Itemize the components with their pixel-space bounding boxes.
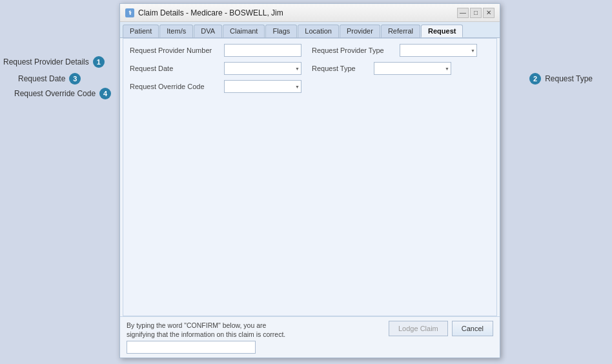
request-type-select-wrapper — [374, 62, 451, 75]
tab-request[interactable]: Request — [421, 25, 463, 37]
confirm-text: By typing the word "CONFIRM" below, you … — [127, 321, 294, 339]
annotation-4: Request Override Code 4 — [14, 88, 111, 99]
provider-row: Request Provider Number Request Provider… — [130, 44, 490, 57]
annotation-2-badge: 2 — [529, 73, 541, 85]
annotation-1-badge: 1 — [93, 56, 105, 68]
confirm-input[interactable] — [127, 341, 256, 354]
confirm-section: By typing the word "CONFIRM" below, you … — [127, 321, 294, 354]
override-code-label: Request Override Code — [130, 83, 220, 90]
provider-type-select[interactable] — [400, 44, 477, 57]
tab-referral[interactable]: Referral — [381, 25, 420, 37]
tab-patient[interactable]: Patient — [123, 25, 159, 37]
tab-claimant[interactable]: Claimant — [223, 25, 265, 37]
override-code-select[interactable] — [224, 80, 301, 93]
tab-items[interactable]: Item/s — [159, 25, 193, 37]
tab-location[interactable]: Location — [298, 25, 339, 37]
annotation-3: Request Date 3 — [18, 73, 81, 85]
annotation-1-label: Request Provider Details — [3, 57, 89, 66]
date-type-row: Request Date Request Type — [130, 62, 490, 75]
annotation-4-badge: 4 — [99, 88, 111, 99]
request-date-select-wrapper — [224, 62, 301, 75]
app-icon: ⚕ — [125, 8, 134, 17]
title-bar: ⚕ Claim Details - Medicare - BOSWELL, Ji… — [120, 4, 500, 22]
annotation-3-label: Request Date — [18, 74, 65, 83]
annotation-2-label: Request Type — [545, 74, 593, 83]
override-row: Request Override Code — [130, 80, 490, 93]
bottom-area: By typing the word "CONFIRM" below, you … — [120, 316, 500, 358]
minimize-button[interactable]: — — [457, 8, 469, 18]
lodge-claim-button[interactable]: Lodge Claim — [389, 321, 448, 336]
cancel-button[interactable]: Cancel — [452, 321, 493, 336]
title-bar-left: ⚕ Claim Details - Medicare - BOSWELL, Ji… — [125, 8, 283, 17]
provider-type-label: Request Provider Type — [312, 46, 396, 54]
tab-bar: Patient Item/s DVA Claimant Flags Locati… — [120, 22, 500, 38]
tab-dva[interactable]: DVA — [194, 25, 222, 37]
outer-wrapper: Request Provider Details 1 Request Date … — [0, 0, 612, 364]
override-code-select-wrapper — [224, 80, 301, 93]
maximize-button[interactable]: □ — [470, 8, 482, 18]
close-button[interactable]: ✕ — [483, 8, 495, 18]
form-area: Request Provider Number Request Provider… — [123, 39, 496, 103]
annotation-3-badge: 3 — [69, 73, 81, 85]
request-date-label: Request Date — [130, 65, 220, 72]
request-type-select[interactable] — [374, 62, 451, 75]
provider-type-select-wrapper — [400, 44, 477, 57]
window-body: Patient Item/s DVA Claimant Flags Locati… — [120, 22, 500, 358]
request-type-label: Request Type — [312, 65, 370, 72]
request-date-select[interactable] — [224, 62, 301, 75]
main-window: ⚕ Claim Details - Medicare - BOSWELL, Ji… — [119, 3, 500, 358]
annotation-4-label: Request Override Code — [14, 89, 96, 98]
provider-number-input[interactable] — [224, 44, 301, 57]
window-title: Claim Details - Medicare - BOSWELL, Jim — [138, 8, 283, 17]
main-content-area: Request Provider Number Request Provider… — [123, 38, 497, 316]
tab-flags[interactable]: Flags — [265, 25, 297, 37]
tab-provider[interactable]: Provider — [340, 25, 380, 37]
annotation-1: Request Provider Details 1 — [3, 56, 105, 68]
provider-number-label: Request Provider Number — [130, 46, 220, 54]
annotation-2: 2 Request Type — [529, 73, 593, 85]
bottom-buttons: Lodge Claim Cancel — [389, 321, 493, 336]
title-controls: — □ ✕ — [457, 8, 495, 18]
